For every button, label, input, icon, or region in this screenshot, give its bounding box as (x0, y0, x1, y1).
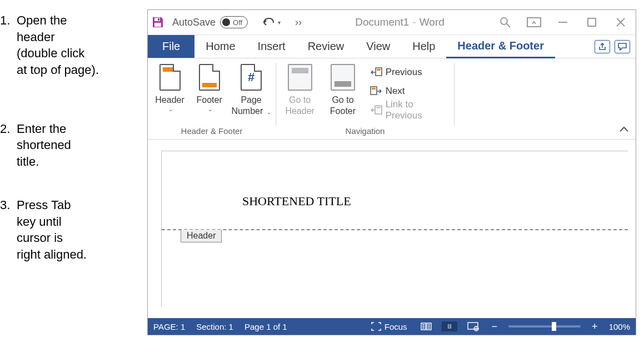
read-mode-button[interactable] (418, 320, 434, 333)
ribbon-tabs: File Home Insert Review View Help Header… (148, 35, 636, 58)
word-window: AutoSave Off ▾ ›› Document1-Word (147, 9, 636, 335)
step-text: Enter the shortened title. (17, 121, 71, 170)
search-icon[interactable] (498, 15, 512, 29)
svg-rect-1 (154, 23, 161, 27)
tab-header-footer[interactable]: Header & Footer (446, 35, 555, 58)
share-button[interactable] (595, 40, 610, 53)
zoom-slider[interactable] (508, 325, 581, 328)
titlebar: AutoSave Off ▾ ›› Document1-Word (148, 10, 636, 35)
svg-rect-11 (377, 69, 381, 71)
document-area[interactable]: SHORTENED TITLE Header (148, 140, 636, 318)
autosave-toggle[interactable]: Off (220, 16, 248, 28)
link-to-previous-icon (370, 105, 382, 115)
save-icon[interactable] (151, 16, 164, 29)
print-layout-button[interactable] (442, 321, 457, 331)
step-number: 3. (0, 197, 17, 263)
tab-help[interactable]: Help (401, 35, 446, 58)
status-section[interactable]: Section: 1 (196, 322, 233, 331)
focus-mode-button[interactable]: Focus (371, 322, 407, 331)
undo-icon[interactable] (261, 16, 276, 29)
minimize-button[interactable] (556, 15, 570, 29)
ribbon-group-label: Navigation (276, 125, 454, 138)
page[interactable]: SHORTENED TITLE Header (161, 151, 628, 307)
header-tag: Header (181, 230, 222, 242)
undo-dropdown[interactable]: ▾ (278, 19, 281, 26)
ribbon-display-icon[interactable] (527, 15, 541, 29)
svg-rect-7 (588, 18, 596, 26)
tab-insert[interactable]: Insert (247, 35, 297, 58)
zoom-in-button[interactable]: + (592, 321, 598, 333)
close-button[interactable] (613, 15, 628, 29)
zoom-out-button[interactable]: − (492, 321, 498, 333)
tab-home[interactable]: Home (194, 35, 246, 58)
goto-header-icon (288, 64, 312, 91)
svg-point-3 (501, 18, 507, 24)
previous-icon (370, 67, 382, 77)
ribbon: Header ⌄ Footer ⌄ # Page Number ⌄ Header… (148, 58, 636, 140)
page-number-icon: # (241, 64, 262, 91)
document-title: Document1-Word (302, 16, 498, 28)
ribbon-group-label: Header & Footer (148, 125, 276, 138)
header-boundary (162, 229, 628, 230)
step-text: Press Tab key until cursor is right alig… (17, 197, 87, 263)
svg-rect-2 (158, 18, 159, 21)
status-page[interactable]: PAGE: 1 (153, 322, 185, 331)
svg-rect-13 (372, 88, 376, 90)
customize-qat[interactable]: ›› (295, 17, 302, 28)
svg-line-4 (507, 24, 510, 27)
autosave-label: AutoSave (172, 17, 216, 28)
web-layout-button[interactable] (465, 320, 481, 333)
collapse-ribbon-button[interactable] (619, 124, 629, 136)
header-region[interactable]: SHORTENED TITLE (162, 151, 628, 229)
next-icon (370, 86, 382, 96)
tab-review[interactable]: Review (297, 35, 356, 58)
zoom-level[interactable]: 100% (609, 322, 630, 331)
step-number: 2. (0, 121, 17, 170)
maximize-button[interactable] (585, 15, 599, 29)
tab-file[interactable]: File (148, 35, 194, 58)
instructions-panel: 1. Open the header (double click at top … (0, 12, 143, 288)
previous-button[interactable]: Previous (370, 65, 450, 80)
svg-rect-15 (376, 107, 381, 108)
tab-view[interactable]: View (355, 35, 401, 58)
header-icon (159, 64, 181, 91)
header-text[interactable]: SHORTENED TITLE (242, 194, 351, 209)
footer-icon (199, 64, 220, 91)
goto-footer-icon (331, 64, 355, 91)
next-button[interactable]: Next (370, 84, 450, 98)
step-text: Open the header (double click at top of … (17, 12, 99, 78)
status-page-of[interactable]: Page 1 of 1 (244, 322, 287, 331)
status-bar: PAGE: 1 Section: 1 Page 1 of 1 Focus − +… (148, 318, 636, 335)
comments-button[interactable] (615, 40, 630, 53)
link-to-previous-button: Link to Previous (370, 103, 450, 117)
step-number: 1. (0, 12, 17, 78)
